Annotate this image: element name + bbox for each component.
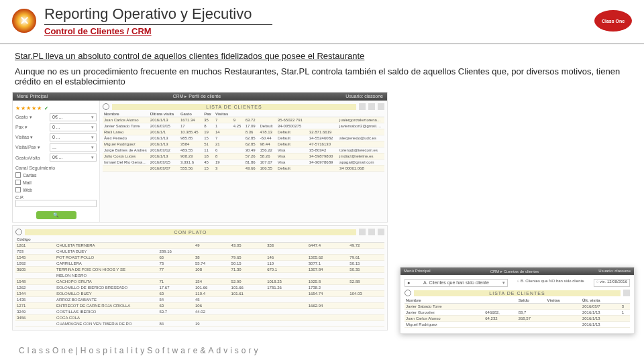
brand-right-text: Class One xyxy=(602,19,625,23)
table-row[interactable]: 1261CHULETA TERNERA4943.053536447.449.72 xyxy=(15,243,384,249)
table-row[interactable]: Miguel Rodriguez2016/1/13 xyxy=(405,322,630,328)
table-row[interactable]: Miguel Rodriguez2016/1/133584512162.8598… xyxy=(103,141,384,147)
table-row[interactable]: Julio Costa Luces2016/1/13908.2318857.26… xyxy=(103,154,384,160)
export-icon[interactable] xyxy=(359,229,366,235)
radio-a[interactable]: A. Clientes que han sido cliente xyxy=(405,279,508,287)
table-row[interactable]: 1262SOLOMILLO DE IBERICO BRESEADO17.6710… xyxy=(15,285,384,291)
table-row[interactable]: 2016/03/07555.5615343.66106.55Default34 … xyxy=(103,166,384,172)
sel-gastovis[interactable]: 0€ ... xyxy=(50,154,97,162)
export-icon[interactable] xyxy=(359,103,366,110)
confirm-icon[interactable]: ✔ xyxy=(44,106,48,111)
page-subtitle: Control de Clientes / CRM xyxy=(44,26,586,36)
plato-list-title: CON PLATO xyxy=(25,229,356,235)
date-field[interactable]: vie. 12/08/2016 xyxy=(594,279,630,287)
table-row[interactable]: 1435ARROZ BOGABANTE5445 xyxy=(15,297,384,303)
table-row[interactable]: Javier Gonzalez646682,83,72016/1/131 xyxy=(405,310,630,316)
screenshot-con-plato: CON PLATO Código 1261CHULETA TERNERA4943… xyxy=(12,225,388,330)
table-row[interactable]: 1548CACHOPO GRUTA7115452.901018.231925.8… xyxy=(15,279,384,285)
chk-mail[interactable] xyxy=(15,180,21,185)
table-row[interactable]: MELON NEGRO xyxy=(15,273,384,279)
client-list-pane: LISTA DE CLIENTES NombreÚltima visitaGas… xyxy=(100,101,387,222)
header: ✕ Reporting Operativo y Ejecutivo Contro… xyxy=(0,0,644,39)
sel-visitas[interactable]: 0 ... xyxy=(50,133,97,141)
screenshot-cuentas: Menú Principal CRM ▸ Cuentas de clientes… xyxy=(400,267,635,334)
table-row[interactable]: Juan Carlos Alonso64,232268,572016/1/13 xyxy=(405,316,630,322)
shot3-bar-right: Usuario: classone xyxy=(598,269,631,274)
sel-gasto[interactable]: 0€ ... xyxy=(50,113,97,121)
table-row[interactable]: 3249COSTILLAS IBERICO53.744.02 xyxy=(15,309,384,315)
intro-p1: Star.PL lleva un absoluto control de aqu… xyxy=(15,51,629,61)
search-icon[interactable] xyxy=(103,103,109,110)
radio-b[interactable]: B. Clientes que NO han sido cliente xyxy=(517,279,584,287)
brand-right-icon: Class One xyxy=(594,10,632,32)
export-icon[interactable] xyxy=(623,290,630,296)
table-row[interactable]: Raúl Lareo2016/1/110.385.4519148.36478.1… xyxy=(103,129,384,135)
table-row[interactable]: 1271ENTRECOT DE CARNE ROJA CRIOLLA631061… xyxy=(15,303,384,309)
search-button[interactable]: 🔍 xyxy=(36,211,76,219)
plato-table: Código 1261CHULETA TERNERA4943.053536447… xyxy=(15,237,384,327)
table-row[interactable]: CHAMPAGNE CON VEN TIBERIA DE RO8419 xyxy=(15,321,384,327)
shot3-bar-mid: CRM ▸ Cuentas de clientes xyxy=(490,269,539,274)
lbl-visitas: Visitas ▾ xyxy=(15,135,48,140)
cuentas-list-title: LISTA DE CLIENTES xyxy=(414,290,621,296)
table-row[interactable]: 1344SOLOMILLO BUEY63110.4101.611654.7410… xyxy=(15,291,384,297)
input-cp[interactable] xyxy=(15,200,97,207)
pdf-icon[interactable] xyxy=(368,103,375,110)
table-row[interactable]: 3456COCA COLA xyxy=(15,315,384,321)
shot1-bar-mid: CRM ▸ Perfil de cliente xyxy=(172,94,221,99)
footer-text: ClassOne|HospitalitySoftware&Advisory xyxy=(19,346,261,355)
shot1-topbar: Menú Principal CRM ▸ Perfil de cliente U… xyxy=(13,93,387,101)
reload-icon[interactable] xyxy=(378,229,384,235)
brand-left-icon: ✕ xyxy=(12,9,36,33)
lbl-gastovis: Gasto/visita xyxy=(15,156,48,160)
table-row[interactable]: Juan Carlos Alonso2016/1/131671.34357963… xyxy=(103,117,384,123)
shot1-bar-right: Usuario: classone xyxy=(345,94,383,99)
table-row[interactable]: 3605TERRINA DE FOIE CON HIGOS Y SE771087… xyxy=(15,267,384,273)
lbl-cp: C.P. xyxy=(15,195,97,200)
client-table: NombreÚltima visitaGastoPaxVisitas Juan … xyxy=(103,111,384,172)
chk-web[interactable] xyxy=(15,187,21,192)
search-icon[interactable] xyxy=(405,290,411,296)
reload-icon[interactable] xyxy=(378,103,384,110)
search-icon[interactable] xyxy=(15,229,22,235)
intro-p2: Aunque no es un procedimiento frecuente … xyxy=(15,66,629,86)
lbl-gasto: Gasto ▾ xyxy=(15,115,48,120)
screenshot-crm-profile: Menú Principal CRM ▸ Perfil de cliente U… xyxy=(12,92,388,223)
sel-pax[interactable]: 0 ... xyxy=(50,123,97,131)
rating-stars[interactable]: ★★★★★ xyxy=(15,105,42,111)
client-list-title: LISTA DE CLIENTES xyxy=(112,104,356,110)
chk-cartas[interactable] xyxy=(15,172,21,178)
shot1-bar-left: Menú Principal xyxy=(17,94,48,99)
cuentas-table: NombreSaldoVisitasÚlt. visita Javier Sab… xyxy=(405,298,630,328)
table-row[interactable]: Javier Sabado Torre2016/03/73 xyxy=(405,304,630,310)
table-row[interactable]: Álex Penedo2016/1/13985.8515762.85-60.44… xyxy=(103,135,384,141)
table-row[interactable]: 703CHULETA BUEY289.16 xyxy=(15,249,384,255)
sel-visitapax[interactable]: ... xyxy=(50,143,97,152)
lbl-canal: Canal Seguimiento xyxy=(15,166,97,170)
intro-text: Star.PL lleva un absoluto control de aqu… xyxy=(0,51,644,86)
table-row[interactable]: 1545POT ROAST POLLO653879.651461505.6279… xyxy=(15,255,384,261)
table-row[interactable]: Ismael Del Río Gersapio2016/03/153,331.6… xyxy=(103,160,384,166)
title-block: Reporting Operativo y Ejecutivo Control … xyxy=(44,5,586,36)
page-title: Reporting Operativo y Ejecutivo xyxy=(44,5,272,25)
table-row[interactable]: Jorge Bulnes de Andres2016/03/12483.5511… xyxy=(103,147,384,154)
header-divider xyxy=(0,43,644,44)
shot3-bar-left: Menú Principal xyxy=(404,269,431,274)
table-row[interactable]: 1092CARRILLERA7355.7450.151103077.150.15 xyxy=(15,261,384,267)
filter-panel: ★★★★★ ✔ Gasto ▾ 0€ ... Pax ▾0 ... Visita… xyxy=(13,101,100,222)
pdf-icon[interactable] xyxy=(368,229,375,235)
table-row[interactable]: Javier Sabado Torre2016/03/1517814.2517.… xyxy=(103,123,384,129)
